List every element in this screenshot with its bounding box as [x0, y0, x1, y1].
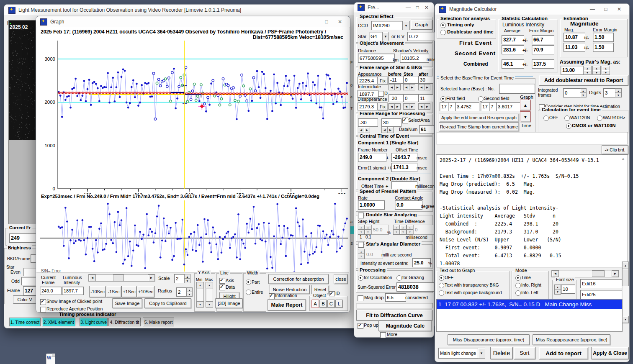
fre-titlebar[interactable]: Fre... — □ ✕ [354, 3, 434, 13]
plus-1sec-button[interactable]: +1Sec [121, 286, 137, 297]
selected-frame-field[interactable] [499, 84, 535, 94]
td3-down-icon[interactable]: ▼ [407, 229, 413, 235]
step2-field[interactable]: 0 [403, 94, 418, 102]
before-left-icon[interactable]: ◀ [389, 84, 395, 90]
popup-checkbox[interactable] [358, 323, 363, 329]
vscroll-down-icon[interactable]: ▼ [622, 316, 629, 323]
object-a-button[interactable]: A [311, 300, 319, 308]
textout-off-radio[interactable] [439, 275, 444, 281]
information-checkbox[interactable] [269, 293, 275, 299]
mag-drop-field[interactable]: 6.5 [385, 293, 406, 302]
mag-titlebar[interactable]: Magnitude Calculator — □ ✕ [435, 4, 629, 15]
more-checkbox[interactable] [380, 332, 386, 338]
double-star-checkbox[interactable] [358, 213, 364, 218]
graph-up-button[interactable]: ▲ [520, 100, 531, 110]
hscroll-thumb[interactable] [592, 270, 605, 277]
tab-time-correct[interactable]: 1. Time correct [9, 318, 41, 326]
copy-clipboard-button[interactable]: Copy to ClipBoard [144, 298, 191, 308]
second-field-radio[interactable] [478, 96, 484, 102]
scroll-left-icon[interactable]: ◀ [89, 274, 96, 281]
occultation-radio[interactable] [358, 275, 363, 281]
magnitude-calc-button[interactable]: Magnitude Calc [378, 320, 432, 331]
ymax-slider[interactable] [206, 288, 213, 301]
show-image-checkbox[interactable] [40, 299, 46, 305]
second-err-field[interactable]: 70.9 [532, 45, 554, 54]
combined-err-field[interactable]: 137.5 [532, 59, 554, 69]
output-scroll-up-icon[interactable]: ▲ [621, 156, 625, 161]
tab-xml-element[interactable]: 2. XML element [42, 318, 75, 326]
ymax-down-icon[interactable]: ▼ [206, 301, 213, 308]
edit16-field[interactable]: Edit16 [580, 279, 624, 288]
ymin-down-icon[interactable]: ▼ [196, 301, 204, 308]
textout-opaque-radio[interactable] [439, 290, 444, 296]
first-err-field[interactable]: 66.7 [532, 35, 554, 44]
after-right-icon[interactable]: ▶ [424, 84, 430, 90]
second-avg-field[interactable]: 281.6 [502, 45, 524, 54]
second-mag-field[interactable]: 11.03 [564, 43, 585, 52]
bv-field[interactable]: 0.72 [407, 32, 435, 41]
object-l-button[interactable]: L [335, 300, 343, 308]
contact-angle-field[interactable]: 0.0 [395, 200, 422, 210]
apply-close-button[interactable]: Apply & Close [591, 347, 629, 359]
mode-info-left-radio[interactable] [515, 290, 521, 296]
mag-drop-checkbox[interactable] [358, 295, 363, 301]
fit-diffraction-button[interactable]: Fit to Diffraction Curve [356, 310, 432, 321]
before2-field[interactable]: -30 [389, 94, 404, 102]
proc-to-field[interactable]: 30 [381, 118, 401, 127]
second-mag-err-field[interactable]: 1.50 [593, 43, 614, 52]
plus-10sec-button[interactable]: +10Sec [137, 286, 154, 297]
ccd-select[interactable]: IMX290 [371, 21, 406, 30]
add-doublestar-button[interactable]: Add doublestar result to Report [539, 75, 628, 86]
combined-avg-field[interactable]: 46.1 [502, 59, 524, 69]
graph-minimize-icon[interactable]: — [307, 17, 319, 27]
first-field-radio[interactable] [440, 96, 446, 102]
timing-only-radio[interactable] [440, 23, 446, 28]
step-left-icon[interactable]: ◀ [403, 84, 409, 90]
rate-field[interactable]: 1.0000 [358, 200, 385, 210]
step2-right-icon[interactable]: ▶ [409, 103, 415, 110]
assume-down1-icon[interactable]: ▼ [583, 70, 592, 75]
before-right-icon[interactable]: ▶ [394, 84, 401, 90]
scale-down-icon[interactable]: ▼ [184, 278, 190, 283]
entire-radio[interactable] [246, 290, 251, 295]
before-field[interactable]: -11 [389, 76, 404, 84]
reproduce-aperture-checkbox[interactable] [40, 307, 46, 313]
hscroll-left-icon[interactable]: ◀ [552, 270, 559, 277]
mag-maximize-icon[interactable]: □ [600, 4, 612, 14]
before2-right-icon[interactable]: ▶ [394, 103, 401, 110]
first-avg-field[interactable]: 327.7 [502, 35, 524, 44]
graph-down-button[interactable]: ▼ [520, 111, 531, 122]
d-checkbox[interactable] [378, 91, 384, 97]
wat120n-radio[interactable] [564, 115, 570, 121]
doublestar-time-radio[interactable] [440, 30, 446, 35]
proc-to-right-icon[interactable]: ▶ [387, 127, 394, 133]
time2-sec-field[interactable]: 3.6017 [496, 102, 520, 111]
step2-left-icon[interactable]: ◀ [403, 103, 409, 110]
disappearance-field[interactable]: 2179.3 [358, 103, 379, 110]
clip-board-button[interactable]: -> Clip brd. [602, 145, 628, 154]
assume-down3-icon[interactable]: ▼ [602, 70, 610, 75]
save-image-button[interactable]: Save Image [112, 298, 142, 308]
step-field[interactable]: 0 [403, 76, 418, 84]
frame-scrollbar[interactable]: ◀ ▶ [88, 274, 155, 282]
fix-disappearance-button[interactable]: Fix [377, 103, 388, 110]
mode-info-right-radio[interactable] [515, 283, 521, 288]
datanum-field[interactable]: 61 [419, 125, 434, 133]
event-list-selected-row[interactable]: 1 17 07 00.832 +/- 1.763s, S/N= 0.15 D M… [437, 300, 622, 309]
data-checkbox[interactable] [219, 285, 225, 290]
digits-down-icon[interactable]: ▼ [615, 92, 622, 97]
fre-close-icon[interactable]: ✕ [423, 3, 430, 13]
correction-absorption-button[interactable]: Correction for absorption [268, 274, 329, 284]
proc-to-left-icon[interactable]: ◀ [381, 127, 388, 133]
velocity-field[interactable]: 18105.2 [400, 54, 429, 63]
part-radio[interactable] [246, 279, 251, 285]
proc-from-field[interactable]: -30 [358, 118, 378, 127]
graph-current-frame-field[interactable]: 249.0 [40, 287, 62, 295]
light-curve-chart[interactable]: 1802102402703003300100020003000 [39, 37, 349, 194]
ymax-up-icon[interactable]: ▲ [206, 282, 213, 288]
light-change-select[interactable]: Main light change [438, 348, 481, 359]
angular-diameter-field[interactable]: 0.0 [365, 250, 383, 259]
fix-appearance-button[interactable]: Fix [377, 77, 388, 85]
close-button[interactable]: close [334, 274, 348, 284]
first-mag-err-field[interactable]: 1.50 [593, 33, 614, 42]
